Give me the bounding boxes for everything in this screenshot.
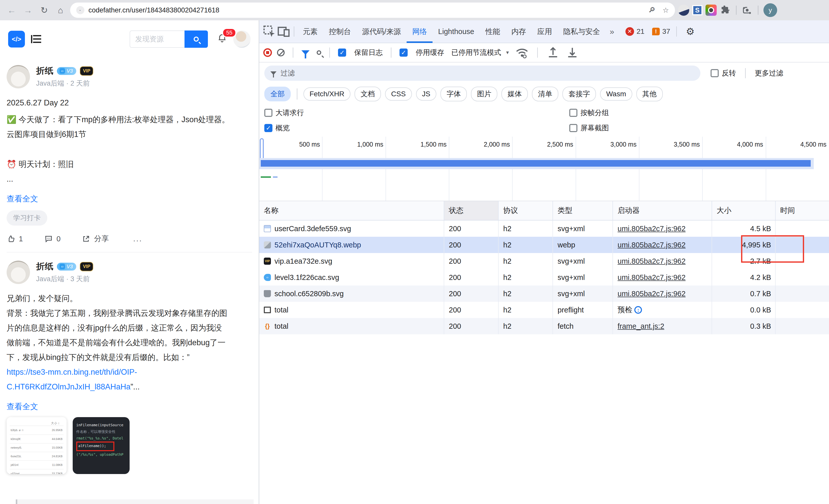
request-row-selected[interactable]: 52ehi7xaQoAUTYq8.webp 200 h2 webp umi.80… bbox=[259, 237, 829, 253]
col-protocol[interactable]: 协议 bbox=[499, 201, 553, 220]
extension-icon[interactable] bbox=[678, 5, 689, 16]
search-network-icon[interactable] bbox=[317, 50, 321, 55]
overview-selection-bar[interactable] bbox=[261, 160, 811, 167]
chip-wasm[interactable]: Wasm bbox=[600, 87, 632, 101]
attachment-file-list-image[interactable]: 大小 ↕ b3lyb. ⌀ ☆26.95KB k0msj9f.44.64KB n… bbox=[7, 417, 67, 474]
chip-all[interactable]: 全部 bbox=[264, 87, 291, 101]
request-row[interactable]: total 200 h2 preflight 预检↕ 0.0 kB bbox=[259, 302, 829, 318]
col-time[interactable]: 时间 bbox=[776, 201, 829, 220]
chip-fetch-xhr[interactable]: Fetch/XHR bbox=[303, 87, 351, 101]
disable-cache-checkbox[interactable] bbox=[399, 48, 408, 56]
read-more-link[interactable]: 查看全文 bbox=[7, 401, 38, 412]
chip-manifest[interactable]: 清单 bbox=[532, 87, 558, 101]
record-network-log-icon[interactable] bbox=[263, 48, 272, 57]
extension-s-icon[interactable]: S bbox=[692, 5, 702, 15]
initiator-link[interactable]: frame_ant.js:2 bbox=[618, 322, 664, 331]
post-tag[interactable]: 学习打卡 bbox=[7, 210, 47, 226]
initiator-link[interactable]: umi.805ba2c7.js:962 bbox=[618, 225, 686, 233]
request-row[interactable]: school.c652809b.svg 200 h2 svg+xml umi.8… bbox=[259, 285, 829, 302]
back-icon[interactable]: ← bbox=[5, 4, 18, 17]
chip-js[interactable]: JS bbox=[416, 87, 437, 101]
search-input[interactable] bbox=[130, 31, 184, 48]
post-more-button[interactable]: ... bbox=[133, 235, 142, 243]
more-filters-button[interactable]: 更多过滤 bbox=[755, 68, 783, 78]
group-by-frame-checkbox[interactable] bbox=[569, 109, 577, 117]
initiator-link[interactable]: umi.805ba2c7.js:962 bbox=[618, 257, 686, 266]
overview-checkbox[interactable] bbox=[264, 124, 273, 132]
home-icon[interactable]: ⌂ bbox=[54, 4, 67, 17]
chip-doc[interactable]: 文档 bbox=[355, 87, 381, 101]
post-author-avatar[interactable] bbox=[7, 261, 30, 284]
post-author-name[interactable]: 折纸 bbox=[36, 261, 53, 272]
inspect-element-icon[interactable] bbox=[262, 25, 277, 39]
tab-application[interactable]: 应用 bbox=[532, 20, 557, 43]
screenshots-checkbox[interactable] bbox=[569, 124, 577, 132]
devtools-settings-icon[interactable]: ⚙ bbox=[686, 26, 694, 37]
post-author-avatar[interactable] bbox=[7, 65, 30, 88]
disable-cache-label[interactable]: 停用缓存 bbox=[416, 48, 444, 57]
invert-label[interactable]: 反转 bbox=[722, 68, 736, 78]
clear-network-log-icon[interactable] bbox=[277, 49, 285, 56]
filter-input[interactable]: 过滤 bbox=[264, 66, 700, 81]
request-row[interactable]: userCard.3defe559.svg 200 h2 svg+xml umi… bbox=[259, 221, 829, 237]
read-more-link[interactable]: 查看全文 bbox=[7, 194, 38, 204]
tab-network[interactable]: 网络 bbox=[407, 20, 433, 43]
tab-performance[interactable]: 性能 bbox=[480, 20, 506, 43]
notification-bell[interactable]: 55 bbox=[217, 33, 227, 45]
extensions-puzzle-icon[interactable] bbox=[720, 5, 731, 16]
forward-icon[interactable]: → bbox=[21, 4, 35, 17]
post-author-name[interactable]: 折纸 bbox=[36, 65, 53, 77]
preserve-log-label[interactable]: 保留日志 bbox=[354, 48, 383, 57]
chip-img[interactable]: 图片 bbox=[471, 87, 497, 101]
big-request-rows-checkbox[interactable] bbox=[264, 109, 273, 117]
more-tabs-icon[interactable]: » bbox=[606, 27, 618, 36]
initiator-link[interactable]: umi.805ba2c7.js:962 bbox=[618, 241, 686, 249]
device-toolbar-icon[interactable] bbox=[277, 25, 291, 39]
error-count[interactable]: 21 bbox=[637, 28, 645, 36]
address-bar[interactable]: - codefather.cn/user/1843483800204271618… bbox=[70, 3, 675, 18]
comment-button[interactable]: 0 bbox=[44, 234, 61, 243]
chip-font[interactable]: 字体 bbox=[440, 87, 467, 101]
col-size[interactable]: 大小 bbox=[712, 201, 776, 220]
zoom-icon[interactable]: 🔎︎ bbox=[648, 6, 655, 14]
throttling-select[interactable]: 已停用节流模式 ▼ bbox=[452, 48, 510, 57]
camera-capture-icon[interactable] bbox=[742, 5, 753, 16]
share-button[interactable]: 分享 bbox=[82, 234, 109, 244]
search-button[interactable] bbox=[184, 31, 208, 48]
col-initiator[interactable]: 启动器 bbox=[613, 201, 712, 220]
col-type[interactable]: 类型 bbox=[553, 201, 613, 220]
site-logo[interactable]: </> bbox=[8, 31, 25, 47]
initiator-link[interactable]: umi.805ba2c7.js:962 bbox=[618, 273, 686, 282]
url-text[interactable]: codefather.cn/user/1843483800204271618 bbox=[88, 6, 644, 14]
external-link[interactable]: C.HT6RKdfZOlmJnJxIH_l88AHaHa”... bbox=[7, 380, 252, 394]
tab-console[interactable]: 控制台 bbox=[323, 20, 357, 43]
tab-sources[interactable]: 源代码/来源 bbox=[357, 20, 407, 43]
initiator-link[interactable]: umi.805ba2c7.js:962 bbox=[618, 289, 686, 298]
external-link[interactable]: https://tse3-mm.cn.bing.net/th/id/OIP- bbox=[7, 365, 252, 380]
tab-privacy-security[interactable]: 隐私与安全 bbox=[557, 20, 606, 43]
col-name[interactable]: 名称 bbox=[259, 201, 444, 220]
chip-css[interactable]: CSS bbox=[385, 87, 412, 101]
import-har-icon[interactable] bbox=[546, 45, 560, 60]
warning-count[interactable]: 37 bbox=[662, 28, 670, 36]
request-row[interactable]: ‹›level3.1f226cac.svg 200 h2 svg+xml umi… bbox=[259, 269, 829, 285]
chip-other[interactable]: 其他 bbox=[636, 87, 663, 101]
tab-elements[interactable]: 元素 bbox=[297, 20, 323, 43]
chip-socket[interactable]: 套接字 bbox=[563, 87, 596, 101]
like-button[interactable]: 1 bbox=[7, 234, 23, 243]
screenshot-extension-icon[interactable] bbox=[706, 5, 717, 16]
chip-media[interactable]: 媒体 bbox=[501, 87, 528, 101]
col-status[interactable]: 状态 bbox=[444, 201, 499, 220]
network-overview-timeline[interactable]: 500 ms 1,000 ms 1,500 ms 2,000 ms 2,500 … bbox=[259, 137, 829, 201]
request-row[interactable]: VIPvip.a1ea732e.svg 200 h2 svg+xml umi.8… bbox=[259, 253, 829, 269]
filter-icon[interactable] bbox=[301, 50, 310, 55]
menu-icon[interactable] bbox=[31, 35, 41, 43]
attachment-code-image[interactable]: inFilename(inputSource 件名称，可以增强安全性 rmat(… bbox=[73, 417, 130, 474]
reload-icon[interactable]: ↻ bbox=[38, 4, 51, 17]
tab-memory[interactable]: 内存 bbox=[506, 20, 532, 43]
bookmark-star-icon[interactable]: ☆ bbox=[662, 6, 669, 14]
preserve-log-checkbox[interactable] bbox=[338, 48, 346, 56]
invert-checkbox[interactable] bbox=[711, 69, 719, 77]
network-conditions-icon[interactable] bbox=[515, 45, 529, 60]
site-settings-icon[interactable]: - bbox=[76, 6, 84, 14]
